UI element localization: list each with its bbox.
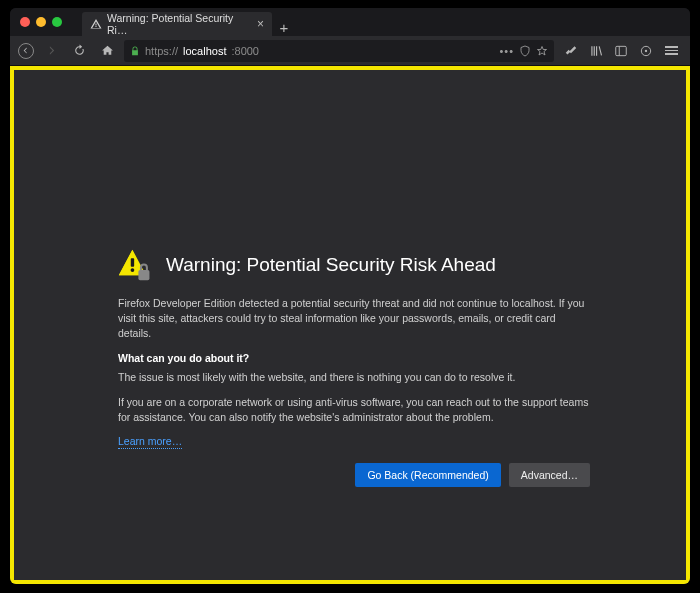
app-menu-button[interactable]: [660, 40, 682, 62]
sidebar-icon[interactable]: [610, 40, 632, 62]
new-tab-button[interactable]: +: [272, 19, 296, 36]
body-line-1: The issue is most likely with the websit…: [118, 370, 590, 385]
close-window-icon[interactable]: [20, 17, 30, 27]
warning-icon: [90, 18, 102, 30]
subheading: What can you do about it?: [118, 352, 590, 364]
library-icon[interactable]: [585, 40, 607, 62]
active-tab[interactable]: Warning: Potential Security Ri… ×: [82, 12, 272, 36]
tracking-shield-icon[interactable]: [519, 45, 531, 57]
nav-toolbar: https://localhost:8000 •••: [10, 36, 690, 66]
responsive-design-icon[interactable]: [635, 40, 657, 62]
zoom-window-icon[interactable]: [52, 17, 62, 27]
toolbar-right: [560, 40, 682, 62]
bookmark-star-icon[interactable]: [536, 45, 548, 57]
devtools-icon[interactable]: [560, 40, 582, 62]
tab-strip: Warning: Potential Security Ri… × +: [10, 8, 690, 36]
browser-window: Warning: Potential Security Ri… × + http…: [10, 8, 690, 584]
reload-button[interactable]: [68, 40, 90, 62]
url-scheme: https://: [145, 45, 178, 57]
window-controls: [20, 17, 62, 27]
svg-point-3: [645, 49, 647, 51]
go-back-button[interactable]: Go Back (Recommended): [355, 463, 500, 487]
svg-rect-0: [616, 46, 627, 55]
learn-more-link[interactable]: Learn more…: [118, 435, 182, 449]
svg-rect-6: [138, 270, 149, 280]
url-path: :8000: [231, 45, 259, 57]
advanced-button[interactable]: Advanced…: [509, 463, 590, 487]
url-host: localhost: [183, 45, 226, 57]
page-title: Warning: Potential Security Risk Ahead: [166, 254, 496, 276]
forward-button: [40, 40, 62, 62]
address-bar[interactable]: https://localhost:8000 •••: [124, 40, 554, 62]
page-viewport: Warning: Potential Security Risk Ahead F…: [10, 66, 690, 584]
svg-rect-4: [131, 258, 134, 267]
lock-icon: [130, 46, 140, 56]
svg-point-5: [131, 268, 135, 272]
close-tab-icon[interactable]: ×: [257, 18, 264, 30]
back-button[interactable]: [18, 43, 34, 59]
home-button[interactable]: [96, 40, 118, 62]
page-actions-icon[interactable]: •••: [499, 45, 514, 57]
security-warning-page: Warning: Potential Security Risk Ahead F…: [118, 248, 590, 487]
minimize-window-icon[interactable]: [36, 17, 46, 27]
warning-lock-icon: [118, 248, 152, 282]
intro-text: Firefox Developer Edition detected a pot…: [118, 296, 590, 342]
tab-title: Warning: Potential Security Ri…: [107, 12, 248, 36]
body-line-2: If you are on a corporate network or usi…: [118, 395, 590, 425]
